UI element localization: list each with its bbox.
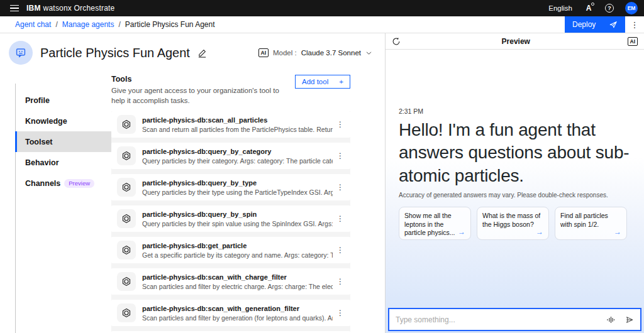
breadcrumb-manage-agents[interactable]: Manage agents (62, 20, 114, 29)
voice-input-icon[interactable] (606, 315, 615, 324)
agent-config-panel: Particle Physics Fun Agent AI Model : Cl… (0, 33, 386, 333)
nav-item-knowledge[interactable]: Knowledge (15, 111, 111, 131)
locale-settings-icon[interactable]: A (584, 4, 594, 13)
model-label: Model : (273, 49, 297, 57)
agent-config-nav: Profile Knowledge Toolset Behavior Chann… (15, 90, 111, 333)
breadcrumb-agent-chat[interactable]: Agent chat (15, 20, 51, 29)
chat-bot-icon (14, 46, 28, 60)
help-icon[interactable]: ? (605, 4, 614, 13)
tool-overflow-menu-icon[interactable]: ⋮ (333, 246, 348, 254)
preview-panel: Preview AI 2:31 PM Hello! I'm a fun agen… (386, 33, 644, 333)
language-selector[interactable]: English (548, 4, 572, 12)
model-value: Claude 3.7 Sonnet (301, 49, 361, 57)
tools-description: Give your agent access to your organizat… (111, 86, 281, 106)
nav-label: Channels (25, 179, 60, 188)
tool-icon (117, 209, 136, 228)
chevron-down-icon (365, 50, 372, 57)
tool-description: Query particles by their spin value usin… (142, 220, 333, 227)
nav-item-toolset[interactable]: Toolset (15, 131, 111, 152)
tools-list: particle-physics-db:scan_all_particlesSc… (111, 111, 350, 333)
send-plane-icon (609, 20, 618, 29)
nav-item-profile[interactable]: Profile (15, 90, 111, 111)
tool-row[interactable]: particle-physics-db:scan_all_particlesSc… (111, 111, 350, 138)
suggestion-card-leptons[interactable]: Show me all the leptons in the particle … (399, 207, 471, 240)
tool-row[interactable]: particle-physics-db:query_by_spinQuery p… (111, 205, 350, 232)
tool-icon (117, 303, 136, 322)
tool-row[interactable]: particle-physics-db:query_by_typeQuery p… (111, 174, 350, 200)
tool-icon (117, 115, 136, 134)
suggestion-card-higgs-mass[interactable]: What is the mass of the Higgs boson? → (477, 207, 549, 240)
tool-row[interactable]: particle-physics-db:query_by_categoryQue… (111, 143, 350, 169)
suggestion-cards: Show me all the leptons in the particle … (399, 207, 631, 240)
deploy-label: Deploy (572, 20, 596, 29)
breadcrumb-bar: Agent chat / Manage agents / Particle Ph… (0, 16, 644, 33)
tool-description: Scan and return all particles from the P… (142, 126, 333, 133)
breadcrumb-separator: / (55, 20, 57, 29)
tool-overflow-menu-icon[interactable]: ⋮ (333, 183, 348, 192)
agent-welcome-message: Hello! I'm a fun agent that answers ques… (399, 119, 631, 187)
edit-title-pencil-icon[interactable] (197, 48, 207, 58)
tool-icon (117, 178, 136, 197)
arrow-right-icon: → (536, 227, 543, 237)
nav-label: Knowledge (25, 117, 67, 126)
nav-label: Behavior (25, 158, 59, 167)
tools-section: Tools Give your agent access to your org… (111, 75, 350, 333)
nav-item-behavior[interactable]: Behavior (15, 152, 111, 173)
suggestion-card-spin-half[interactable]: Find all particles with spin 1/2. → (555, 207, 627, 240)
plus-icon: + (339, 78, 343, 85)
restart-chat-icon[interactable] (392, 37, 404, 46)
page-title: Particle Physics Fun Agent (40, 46, 190, 60)
page-overflow-menu-icon[interactable]: ⋮ (625, 16, 644, 33)
chat-input-bar (388, 308, 641, 331)
user-avatar[interactable]: EM (625, 2, 638, 14)
add-tool-button[interactable]: Add tool + (295, 75, 350, 89)
tool-row[interactable]: particle-physics-db:scan_with_generation… (111, 300, 350, 326)
breadcrumb-separator: / (118, 20, 120, 29)
tool-description: Scan particles and filter by electric ch… (142, 283, 333, 290)
tool-icon (117, 241, 136, 259)
app-brand: IBMwatsonx Orchestrate (26, 4, 114, 13)
nav-item-channels[interactable]: ChannelsPreview (15, 173, 111, 194)
arrow-right-icon: → (614, 227, 621, 237)
ai-badge: AI (258, 48, 269, 57)
send-message-icon[interactable] (625, 315, 634, 324)
menu-hamburger-icon[interactable] (5, 0, 24, 16)
tool-overflow-menu-icon[interactable]: ⋮ (333, 308, 348, 317)
tool-name: particle-physics-db:query_by_category (142, 148, 333, 155)
tool-icon (117, 146, 136, 165)
tool-description: Scan particles and filter by generation … (142, 314, 333, 322)
tool-name: particle-physics-db:scan_with_generation… (142, 305, 333, 312)
tool-overflow-menu-icon[interactable]: ⋮ (333, 277, 348, 286)
breadcrumb: Agent chat / Manage agents / Particle Ph… (0, 20, 215, 29)
arrow-right-icon: → (458, 227, 465, 237)
message-timestamp: 2:31 PM (399, 107, 631, 115)
suggestion-text: Find all particles with spin 1/2. (560, 212, 608, 228)
tool-name: particle-physics-db:get_particle (142, 242, 333, 249)
tool-row[interactable]: particle-physics-db:get_particleGet a sp… (111, 237, 350, 263)
agent-avatar (9, 41, 33, 65)
tool-description: Query particles by their category. Args:… (142, 157, 333, 165)
nav-label: Toolset (25, 138, 53, 146)
model-selector[interactable]: AI Model : Claude 3.7 Sonnet (258, 48, 373, 57)
tool-overflow-menu-icon[interactable]: ⋮ (333, 120, 348, 129)
tool-overflow-menu-icon[interactable]: ⋮ (333, 151, 348, 160)
tool-row[interactable]: particle-physics-db:scan_with_charge_fil… (111, 268, 350, 295)
chat-input[interactable] (396, 315, 606, 324)
preview-header: Preview AI (386, 33, 644, 50)
deploy-button[interactable]: Deploy (565, 16, 625, 33)
tool-overflow-menu-icon[interactable]: ⋮ (333, 214, 348, 223)
tool-description: Query particles by their type using the … (142, 188, 333, 196)
preview-title: Preview (404, 37, 628, 46)
tool-name: particle-physics-db:scan_with_charge_fil… (142, 273, 333, 281)
tool-description: Get a specific particle by its category … (142, 251, 333, 259)
nav-label: Profile (25, 96, 50, 105)
preview-ai-badge: AI (628, 37, 638, 46)
top-app-bar: IBMwatsonx Orchestrate English A ? EM (0, 0, 644, 16)
tools-heading: Tools (111, 75, 281, 84)
tool-icon (117, 272, 136, 291)
tool-name: particle-physics-db:query_by_spin (142, 210, 333, 218)
chat-area: 2:31 PM Hello! I'm a fun agent that answ… (386, 50, 644, 333)
tool-name: particle-physics-db:scan_all_particles (142, 116, 333, 124)
suggestion-text: What is the mass of the Higgs boson? (482, 212, 540, 228)
preview-badge: Preview (64, 179, 94, 188)
